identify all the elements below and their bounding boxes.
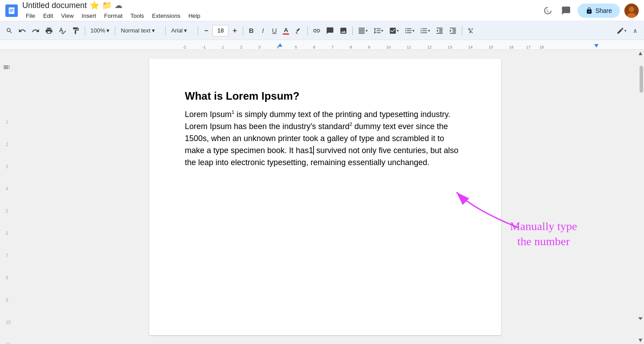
separator-8 [462,26,462,35]
zoom-arrow: ▾ [106,27,110,34]
svg-rect-3 [10,11,12,12]
svg-marker-10 [639,52,642,55]
menu-file[interactable]: File [22,11,39,20]
separator-1 [85,26,85,35]
italic-button[interactable]: I [257,24,268,37]
font-size-increase-button[interactable]: + [229,24,240,37]
menu-format[interactable]: Format [101,11,126,20]
increase-indent-button[interactable] [447,24,459,37]
right-panel [637,50,644,344]
undo-button[interactable] [16,24,29,37]
redo-button[interactable] [29,24,42,37]
decrease-indent-button[interactable] [433,24,446,37]
collapse-toolbar-button[interactable]: ∧ [630,24,640,37]
menu-bar: File Edit View Insert Format Tools Exten… [22,11,532,20]
doc-heading[interactable]: What is Lorem Ipsum? [185,90,465,102]
top-bar: Untitled document ⭐ 📁 ☁ File Edit View I… [0,0,644,21]
style-select[interactable]: Normal text ▾ [118,24,163,37]
annotation-line1: Manually type [510,219,577,234]
font-arrow: ▾ [184,27,187,34]
svg-marker-12 [638,317,643,320]
comments-icon[interactable] [559,4,573,18]
history-icon[interactable] [540,4,554,18]
spellcheck-button[interactable] [56,24,69,37]
scroll-down-button[interactable] [637,337,644,344]
menu-insert[interactable]: Insert [78,11,100,20]
title-area: Untitled document ⭐ 📁 ☁ File Edit View I… [22,0,532,20]
share-button[interactable]: Share [578,4,620,18]
search-button[interactable] [4,24,15,37]
avatar[interactable] [624,4,639,18]
share-label: Share [595,7,612,14]
svg-marker-11 [639,339,642,342]
print-button[interactable] [43,24,55,37]
doc-title-row: Untitled document ⭐ 📁 ☁ [22,0,532,10]
style-label: Normal text [121,27,150,34]
menu-extensions[interactable]: Extensions [148,11,184,20]
star-icon[interactable]: ⭐ [90,0,99,10]
link-button[interactable] [310,24,323,37]
zoom-select[interactable]: 100% ▾ [88,24,112,37]
zoom-value: 100% [90,27,105,34]
svg-marker-8 [594,44,599,48]
pen-tool-button[interactable]: ▾ [614,24,629,37]
annotation-text: Manually type the number [510,219,577,249]
left-sidebar: 1 2 3 4 5 6 7 8 9 10 11 12 [0,50,13,344]
svg-rect-2 [10,10,14,11]
separator-4 [198,26,198,35]
style-arrow: ▾ [152,27,155,34]
cloud-icon[interactable]: ☁ [114,0,122,10]
align-button[interactable]: ▾ [355,24,370,37]
font-select[interactable]: Arial ▾ [168,24,195,37]
separator-2 [115,26,115,35]
doc-page[interactable]: What is Lorem Ipsum? Lorem Ipsum1 is sim… [149,59,501,335]
app-icon [5,4,18,17]
numbered-list-button[interactable]: ▾ [418,24,432,37]
font-size-input[interactable]: 18 [212,25,228,36]
clear-format-button[interactable] [465,24,477,37]
separator-7 [352,26,353,35]
svg-marker-7 [278,43,282,47]
doc-container[interactable]: What is Lorem Ipsum? Lorem Ipsum1 is sim… [13,50,637,344]
menu-help[interactable]: Help [185,11,204,20]
scroll-up-button[interactable] [637,50,644,57]
checklist-button[interactable]: ▾ [387,24,401,37]
line-numbers: 1 2 3 4 5 6 7 8 9 10 11 12 [6,50,11,344]
doc-body[interactable]: Lorem Ipsum1 is simply dummy text of the… [185,109,465,169]
annotation-line2: the number [510,234,577,249]
menu-view[interactable]: View [57,11,77,20]
font-size-value: 18 [217,27,224,34]
insert-comment-button[interactable] [324,24,336,37]
separator-6 [307,26,308,35]
underline-button[interactable]: U [269,24,280,37]
paint-format-button[interactable] [69,24,82,37]
top-bar-right: Share [540,4,639,18]
editor-area: 1 2 3 4 5 6 7 8 9 10 11 12 What is Lorem… [0,50,644,344]
font-size-decrease-button[interactable]: − [201,24,212,37]
ruler: -2 -1 1 2 3 4 5 6 7 8 9 10 11 12 13 14 1… [0,40,644,50]
separator-3 [165,26,166,35]
separator-5 [243,26,243,35]
doc-title[interactable]: Untitled document [22,1,87,10]
line-spacing-button[interactable]: ▾ [371,24,386,37]
menu-edit[interactable]: Edit [40,11,57,20]
bullet-list-button[interactable]: ▾ [402,24,417,37]
bold-button[interactable]: B [246,24,257,37]
lorem-ipsum-text: Lorem Ipsum [185,110,232,119]
scrollbar-track[interactable] [637,57,644,344]
svg-point-5 [629,7,634,12]
svg-rect-1 [10,9,14,9]
text-color-button[interactable]: A [281,24,291,37]
toolbar: 100% ▾ Normal text ▾ Arial ▾ − 18 + B I … [0,21,644,40]
folder-icon[interactable]: 📁 [102,0,112,10]
scrollbar-thumb[interactable] [640,66,643,93]
insert-image-button[interactable] [337,24,350,37]
collapse-button[interactable] [637,315,644,322]
highlight-button[interactable] [292,24,305,37]
menu-tools[interactable]: Tools [127,11,147,20]
font-label: Arial [171,27,183,34]
